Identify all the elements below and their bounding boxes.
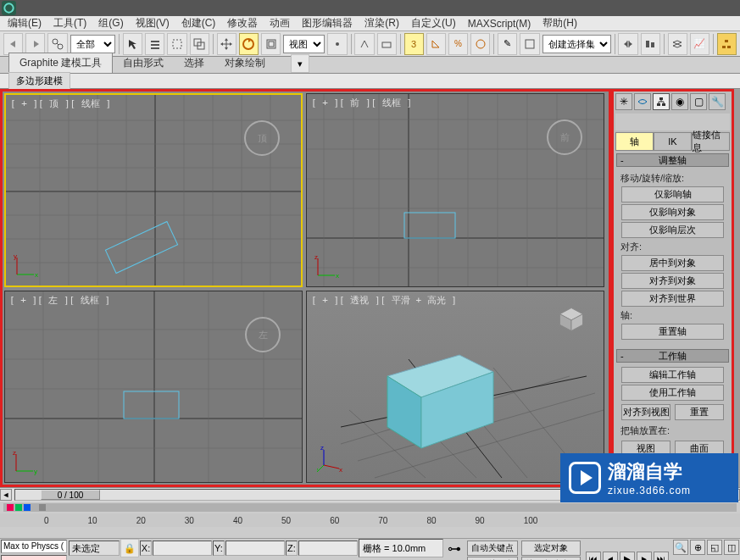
schematic-btn[interactable] [717, 33, 737, 55]
play-btn[interactable]: ▶ [620, 552, 635, 561]
btn-reset-working[interactable]: 重置 [675, 404, 724, 420]
menu-views[interactable]: 视图(V) [131, 15, 175, 31]
zoom-extents-btn[interactable]: ◱ [707, 540, 722, 555]
btn-center-to-object[interactable]: 居中到对象 [621, 255, 725, 271]
key-filters-sel[interactable]: 选定对象 [521, 541, 581, 556]
select-btn[interactable] [123, 33, 142, 55]
menu-help[interactable]: 帮助(H) [537, 15, 582, 31]
tab-ik[interactable]: IK [654, 132, 692, 151]
modify-tab-icon[interactable] [634, 93, 651, 110]
mirror-btn[interactable] [618, 33, 637, 55]
viewport-badge[interactable]: 顶 [244, 120, 280, 156]
btn-edit-working-pivot[interactable]: 编辑工作轴 [621, 367, 725, 383]
selection-filter-dropdown[interactable]: 全部 [70, 35, 116, 53]
ribbon-group-polymodel[interactable]: 多边形建模 [8, 72, 70, 90]
link-btn[interactable] [47, 33, 67, 55]
time-slider-prev[interactable]: ◄ [0, 489, 12, 501]
angle-snap-btn[interactable] [426, 33, 446, 55]
spinner-snap-btn[interactable] [470, 33, 490, 55]
menu-grapheditors[interactable]: 图形编辑器 [297, 15, 358, 31]
ribbon-tab-selection[interactable]: 选择 [174, 53, 214, 73]
menu-rendering[interactable]: 渲染(R) [359, 15, 404, 31]
scale-btn[interactable] [261, 33, 281, 55]
hierarchy-tab-icon[interactable] [653, 93, 670, 110]
viewcube[interactable] [556, 304, 587, 335]
z-field[interactable] [298, 541, 358, 556]
named-sel-btn[interactable] [520, 33, 539, 55]
menu-customize[interactable]: 自定义(U) [406, 15, 461, 31]
align-btn[interactable] [641, 33, 660, 55]
refcoord-dropdown[interactable]: 视图 [283, 35, 325, 53]
y-field[interactable] [225, 541, 285, 556]
ribbon-tab-graphite[interactable]: Graphite 建模工具 [8, 53, 113, 73]
rollout-working-pivot[interactable]: -工作轴 [616, 349, 729, 363]
select-name-btn[interactable] [145, 33, 164, 55]
zoom-all-btn[interactable]: ⊕ [690, 540, 705, 555]
btn-align-to-view[interactable]: 对齐到视图 [621, 404, 670, 420]
btn-align-to-object[interactable]: 对齐到对象 [621, 273, 725, 289]
keyboard-btn[interactable] [377, 33, 397, 55]
tab-pivot[interactable]: 轴 [615, 132, 654, 151]
btn-affect-hierarchy-only[interactable]: 仅影响层次 [621, 222, 725, 238]
menu-maxscript[interactable]: MAXScript(M) [463, 17, 537, 30]
utilities-tab-icon[interactable]: 🔧 [709, 93, 726, 110]
window-crossing-btn[interactable] [190, 33, 209, 55]
ribbon-expand-btn[interactable]: ▾ [291, 54, 309, 73]
goto-end-btn[interactable]: ⏭ [654, 552, 669, 561]
percent-snap-btn[interactable]: % [448, 33, 468, 55]
create-tab-icon[interactable]: ✳ [615, 93, 632, 110]
btn-use-working-pivot[interactable]: 使用工作轴 [621, 385, 725, 401]
viewport-front[interactable]: [ + ][ 前 ][ 线框 ] 前 xz [306, 93, 604, 287]
rotate-btn[interactable] [239, 33, 259, 55]
viewport-label[interactable]: [ + ][ 左 ][ 线框 ] [9, 294, 110, 307]
display-tab-icon[interactable]: ▢ [690, 93, 707, 110]
rect-select-btn[interactable] [167, 33, 186, 55]
key-icon[interactable]: ⊶ [448, 541, 461, 557]
tab-linkinfo[interactable]: 链接信息 [692, 132, 730, 151]
viewport-label[interactable]: [ + ][ 前 ][ 线框 ] [311, 97, 412, 109]
named-selset-dropdown[interactable]: 创建选择集 [542, 35, 611, 53]
key-filters-btn[interactable]: 关键点过滤器 [521, 557, 581, 560]
menu-modifiers[interactable]: 修改器 [222, 15, 263, 31]
time-slider-thumb[interactable]: 0 / 100 [41, 490, 100, 500]
motion-tab-icon[interactable]: ◉ [671, 93, 688, 110]
viewport-top[interactable]: [ + ][ 顶 ][ 线框 ] 顶 xy [4, 93, 303, 287]
macro-recorder[interactable] [1, 555, 67, 560]
menu-tools[interactable]: 工具(T) [48, 15, 92, 31]
x-field[interactable] [153, 541, 212, 556]
menu-group[interactable]: 组(G) [93, 15, 128, 31]
ribbon-tab-freeform[interactable]: 自由形式 [113, 53, 174, 73]
prev-frame-btn[interactable]: ◄ [603, 552, 618, 561]
object-name-field[interactable] [615, 114, 730, 130]
redo-btn[interactable] [25, 33, 45, 55]
viewport-label[interactable]: [ + ][ 顶 ][ 线框 ] [10, 97, 111, 110]
rollout-adjust-pivot[interactable]: -调整轴 [616, 153, 729, 167]
goto-start-btn[interactable]: ⏮ [586, 552, 601, 561]
undo-btn[interactable] [3, 33, 23, 55]
next-frame-btn[interactable]: ► [637, 552, 652, 561]
maxscript-listener[interactable]: Max to Physcs ( [1, 540, 67, 553]
set-key-btn[interactable]: 设置关键点 [467, 557, 518, 560]
auto-key-btn[interactable]: 自动关键点 [467, 541, 518, 556]
curve-editor-btn[interactable]: 📈 [690, 33, 709, 55]
menu-edit[interactable]: 编辑(E) [3, 15, 47, 31]
viewport-label[interactable]: [ + ][ 透视 ][ 平滑 + 高光 ] [311, 294, 457, 307]
app-logo[interactable] [2, 1, 16, 15]
move-btn[interactable] [217, 33, 236, 55]
edit-named-sel-btn[interactable]: ✎ [498, 33, 517, 55]
zoom-btn[interactable]: 🔍 [673, 540, 688, 555]
pivot-btn[interactable] [327, 33, 347, 55]
btn-align-to-world[interactable]: 对齐到世界 [621, 291, 725, 307]
ribbon-tab-objpaint[interactable]: 对象绘制 [214, 53, 275, 73]
trackbar[interactable] [3, 503, 737, 512]
layers-btn[interactable] [668, 33, 687, 55]
btn-affect-object-only[interactable]: 仅影响对象 [621, 204, 725, 220]
viewport-left[interactable]: [ + ][ 左 ][ 线框 ] 左 yz [4, 291, 303, 483]
btn-reset-pivot[interactable]: 重置轴 [621, 324, 725, 340]
manipulate-btn[interactable] [354, 33, 374, 55]
btn-affect-pivot-only[interactable]: 仅影响轴 [621, 186, 725, 202]
menu-animation[interactable]: 动画 [264, 15, 295, 31]
selection-lock-icon[interactable]: 🔒 [120, 539, 139, 557]
menu-create[interactable]: 创建(C) [176, 15, 221, 31]
viewport-badge[interactable]: 前 [547, 119, 582, 155]
